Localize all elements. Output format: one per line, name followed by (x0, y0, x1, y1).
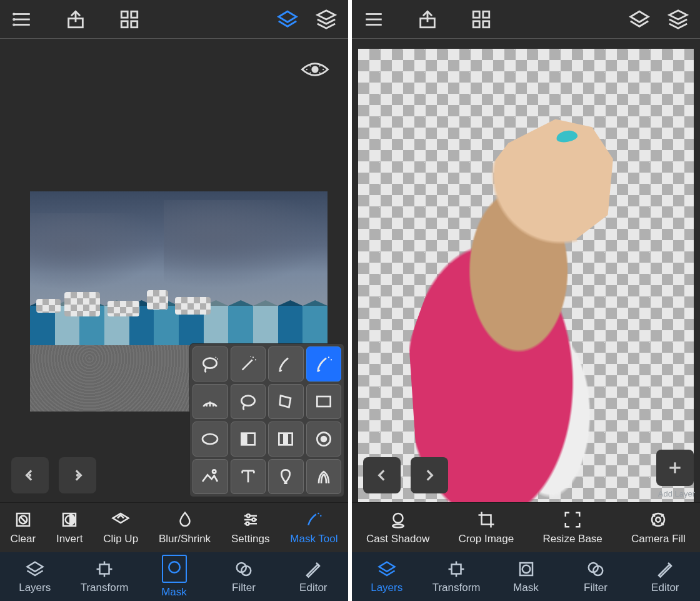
action-label: Cast Shadow (366, 533, 429, 545)
layer-outline-icon[interactable] (629, 9, 650, 30)
tool-lasso[interactable] (231, 384, 266, 419)
secondary-action-bar: Cast Shadow Crop Image Resize Base Camer… (352, 502, 700, 552)
svg-point-3 (14, 13, 14, 14)
top-toolbar (352, 0, 700, 39)
tab-label: Filter (584, 582, 608, 594)
svg-marker-62 (27, 562, 42, 571)
action-cast-shadow[interactable]: Cast Shadow (366, 510, 429, 545)
action-invert[interactable]: Invert (56, 510, 83, 545)
svg-point-57 (246, 514, 249, 517)
apps-grid-icon[interactable] (119, 9, 140, 30)
tool-magic-wand[interactable] (231, 346, 266, 381)
svg-point-35 (202, 434, 218, 444)
svg-point-20 (29, 474, 31, 477)
tab-filter[interactable]: Filter (209, 552, 278, 601)
tool-hair-mask[interactable] (306, 459, 342, 494)
canvas-area[interactable]: Add Layer (352, 39, 700, 502)
svg-marker-81 (669, 10, 687, 19)
action-settings[interactable]: Settings (231, 510, 269, 545)
action-label: Clear (10, 533, 36, 545)
prev-layer-button[interactable] (363, 457, 401, 493)
layers-stack-icon[interactable] (316, 9, 337, 30)
svg-point-13 (311, 66, 318, 73)
tab-label: Transform (432, 582, 481, 594)
svg-rect-7 (121, 11, 128, 18)
tab-editor[interactable]: Editor (279, 552, 348, 601)
tab-layers[interactable]: Layers (0, 552, 69, 601)
tab-editor[interactable]: Editor (631, 552, 700, 601)
svg-rect-10 (131, 21, 138, 27)
svg-point-15 (309, 65, 311, 66)
tool-ellipse[interactable] (192, 422, 228, 457)
redo-button[interactable] (59, 457, 96, 493)
svg-point-4 (14, 19, 14, 19)
share-icon[interactable] (65, 9, 86, 30)
tab-transform[interactable]: Transform (69, 552, 139, 601)
action-label: Blur/Shrink (159, 533, 211, 545)
tool-magic-brush[interactable] (306, 346, 342, 381)
svg-point-28 (328, 356, 329, 358)
undo-button[interactable] (11, 457, 49, 493)
share-icon[interactable] (417, 9, 438, 30)
svg-marker-80 (631, 11, 648, 22)
add-layer-button[interactable] (656, 450, 694, 486)
apps-grid-icon[interactable] (471, 9, 492, 30)
tab-mask[interactable]: Mask (139, 552, 209, 601)
svg-point-18 (309, 73, 311, 74)
list-icon[interactable] (11, 9, 32, 30)
tab-filter[interactable]: Filter (561, 552, 630, 601)
layers-stack-icon[interactable] (668, 9, 689, 30)
tool-polygon[interactable] (268, 384, 304, 419)
svg-point-60 (318, 512, 320, 514)
tab-layers[interactable]: Layers (352, 552, 421, 601)
svg-rect-9 (121, 21, 128, 27)
canvas-area[interactable] (0, 39, 348, 502)
tool-image-mask[interactable] (192, 459, 228, 494)
tool-mirror-grad[interactable] (268, 422, 304, 457)
tab-transform[interactable]: Transform (421, 552, 491, 601)
svg-point-14 (306, 69, 308, 70)
svg-point-17 (322, 69, 324, 70)
svg-point-41 (320, 436, 327, 443)
action-clear[interactable]: Clear (10, 510, 36, 545)
action-blur-shrink[interactable]: Blur/Shrink (159, 510, 211, 545)
svg-rect-78 (473, 21, 479, 27)
svg-point-25 (252, 356, 254, 358)
svg-rect-77 (483, 11, 489, 18)
action-label: Resize Base (542, 533, 602, 545)
svg-rect-93 (452, 564, 461, 573)
action-label: Clip Up (103, 533, 138, 545)
tool-linear-grad[interactable] (231, 422, 266, 457)
tool-magic-lasso[interactable] (192, 346, 228, 381)
action-label: Mask Tool (290, 533, 338, 545)
tool-rectangle[interactable] (306, 384, 342, 419)
list-icon[interactable] (363, 9, 384, 30)
next-layer-button[interactable] (411, 457, 448, 493)
svg-point-68 (169, 562, 180, 573)
svg-point-27 (250, 356, 251, 357)
action-camera-fill[interactable]: Camera Fill (631, 510, 686, 545)
svg-point-26 (255, 359, 256, 360)
tool-radial-grad[interactable] (306, 422, 342, 457)
action-label: Settings (231, 533, 269, 545)
action-resize-base[interactable]: Resize Base (542, 510, 602, 545)
tool-gradient-arc[interactable] (192, 384, 228, 419)
tab-mask[interactable]: Mask (491, 552, 561, 601)
action-clip-up[interactable]: Clip Up (103, 510, 138, 545)
tool-shape-mask[interactable] (268, 459, 304, 494)
tool-brush[interactable] (268, 346, 304, 381)
layer-outline-icon[interactable] (277, 9, 298, 30)
svg-point-87 (656, 517, 661, 522)
action-label: Invert (56, 533, 83, 545)
tab-label: Layers (19, 582, 51, 594)
svg-point-58 (252, 518, 255, 521)
visibility-eye-icon[interactable] (301, 60, 329, 81)
right-pane: Add Layer Cast Shadow Crop Image Resize … (352, 0, 700, 601)
svg-marker-11 (279, 11, 296, 22)
action-mask-tool[interactable]: Mask Tool (290, 510, 338, 545)
action-crop-image[interactable]: Crop Image (458, 510, 514, 545)
editing-image[interactable] (358, 49, 694, 502)
primary-tab-bar: Layers Transform Mask Filter Editor (352, 552, 700, 601)
svg-rect-8 (131, 11, 138, 18)
tool-text-mask[interactable] (231, 459, 266, 494)
